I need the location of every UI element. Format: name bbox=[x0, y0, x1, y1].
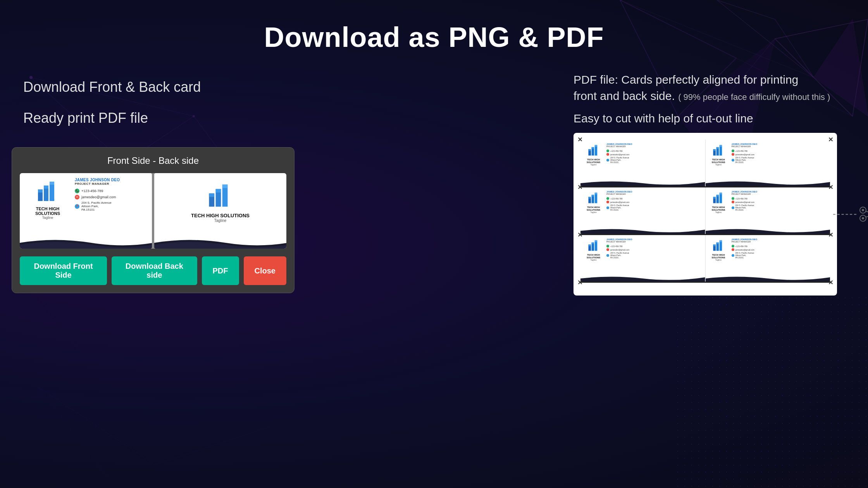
pdf-card-4-logo: TECH HIGH SOLUTIONS Tagline bbox=[708, 191, 729, 231]
pdf-card-5: TECH HIGH SOLUTIONS Tagline JAMES JOHNSO… bbox=[580, 235, 706, 282]
right-text-1-small: ( 99% people face difficulfy without thi… bbox=[678, 92, 830, 102]
feature-text-1: Download Front & Back card bbox=[23, 77, 326, 97]
pdf-c2-info: JAMES JOHNSON DEO PROJECT MANAGER +123-4… bbox=[732, 143, 828, 183]
pdf-button[interactable]: PDF bbox=[202, 256, 239, 285]
svg-rect-70 bbox=[713, 244, 716, 246]
pdf-c3-phone: +123-456-789 bbox=[606, 197, 703, 200]
card-tagline: Tagline bbox=[42, 216, 53, 220]
pdf-card-4: TECH HIGH SOLUTIONS Tagline JAMES JOHNSO… bbox=[706, 187, 830, 234]
right-section: PDF file: Cards perfectly aligned for pr… bbox=[574, 72, 845, 296]
svg-rect-52 bbox=[588, 197, 591, 198]
pdf-addr-icon bbox=[606, 159, 609, 162]
pdf-c2-company: TECH HIGH SOLUTIONS bbox=[708, 158, 729, 163]
pdf-row-2: ✕ ✕ TECH HIGH SOLUT bbox=[580, 187, 830, 235]
pdf-card-6: TECH HIGH SOLUTIONS Tagline JAMES JOHNSO… bbox=[706, 235, 830, 282]
feature-text-2: Ready print PDF file bbox=[23, 108, 326, 128]
pdf-c3-info: JAMES JOHNSON DEO PROJECT MANAGER +123-4… bbox=[606, 191, 703, 231]
card-back-content: TECH HIGH SOLUTIONS Tagline bbox=[154, 173, 286, 230]
back-company-name: TECH HIGH SOLUTIONS bbox=[191, 213, 250, 218]
pdf-c1-info: JAMES JOHNSON DEO PROJECT MANAGER +123-4… bbox=[606, 143, 703, 183]
card-logo-area: TECH HIGH SOLUTIONS Tagline bbox=[24, 178, 71, 220]
pdf-c6-phone: +123-456-789 bbox=[732, 245, 828, 247]
svg-rect-30 bbox=[50, 182, 54, 185]
download-dialog: Front Side - Back side bbox=[12, 147, 294, 293]
svg-rect-35 bbox=[216, 189, 221, 192]
pdf-c4-addr-text: 204 S. Pacific Avenue Allison Park, PA 1… bbox=[735, 204, 754, 211]
pdf-c5-company: TECH HIGH SOLUTIONS bbox=[583, 254, 604, 259]
pdf-bottom-cut: ✕ ✕ bbox=[580, 282, 830, 283]
svg-point-76 bbox=[862, 217, 864, 220]
left-features: Download Front & Back card Ready print P… bbox=[23, 77, 326, 140]
card-preview-area: TECH HIGH SOLUTIONS Tagline JAMES JOHNSO… bbox=[20, 173, 286, 249]
pdf-c3-tag: Tagline bbox=[591, 211, 597, 213]
svg-rect-64 bbox=[588, 244, 591, 246]
pdf-c4-company: TECH HIGH SOLUTIONS bbox=[708, 206, 729, 211]
pdf-c4-info: JAMES JOHNSON DEO PROJECT MANAGER +123-4… bbox=[732, 191, 828, 231]
pdf-c2-email: jamesdeo@gmail.com bbox=[732, 153, 828, 156]
svg-rect-65 bbox=[591, 242, 594, 244]
card-address: 📍 204 S. Pacific Avenue Allison Park, PA… bbox=[75, 201, 147, 211]
svg-rect-47 bbox=[716, 147, 719, 149]
pdf-c5-role: PROJECT MANAGER bbox=[606, 241, 703, 243]
svg-line-78 bbox=[865, 214, 868, 217]
pdf-card-5-logo: TECH HIGH SOLUTIONS Tagline bbox=[583, 238, 604, 278]
svg-rect-29 bbox=[44, 186, 48, 189]
pdf-c3-email: jamesdeo@gmail.com bbox=[606, 201, 703, 203]
pdf-c1-email: jamesdeo@gmail.com bbox=[606, 153, 703, 156]
download-back-button[interactable]: Download Back side bbox=[112, 256, 197, 285]
pdf-card-6-logo: TECH HIGH SOLUTIONS Tagline bbox=[708, 238, 729, 278]
pdf-c2-role: PROJECT MANAGER bbox=[732, 145, 828, 148]
address-icon: 📍 bbox=[75, 204, 79, 209]
svg-rect-34 bbox=[209, 193, 215, 197]
close-button[interactable]: Close bbox=[244, 256, 286, 285]
phone-icon: 📞 bbox=[75, 189, 79, 193]
pdf-card-3-logo: TECH HIGH SOLUTIONS Tagline bbox=[583, 191, 604, 231]
card-person-role: PROJECT MANAGER bbox=[75, 182, 147, 186]
svg-rect-60 bbox=[720, 192, 722, 194]
card-back-preview: TECH HIGH SOLUTIONS Tagline bbox=[154, 173, 286, 249]
pdf-c6-info: JAMES JOHNSON DEO PROJECT MANAGER +123-4… bbox=[732, 238, 828, 278]
pdf-preview: ✕ ✕ TECH bbox=[574, 133, 845, 296]
right-text-1: PDF file: Cards perfectly aligned for pr… bbox=[574, 72, 845, 104]
card-email-text: jamesdeo@gmail.com bbox=[81, 195, 116, 199]
back-tagline: Tagline bbox=[214, 218, 227, 223]
pdf-c3-addr-text: 204 S. Pacific Avenue Allison Park, PA 1… bbox=[610, 204, 629, 211]
svg-rect-48 bbox=[720, 145, 722, 146]
pdf-c4-role: PROJECT MANAGER bbox=[732, 193, 828, 195]
svg-rect-46 bbox=[713, 149, 716, 151]
svg-line-77 bbox=[865, 211, 868, 214]
pdf-c1-tag: Tagline bbox=[591, 163, 597, 166]
pdf-c2-tag: Tagline bbox=[715, 163, 722, 166]
pdf-card-3: TECH HIGH SOLUTIONS Tagline JAMES JOHNSO… bbox=[580, 187, 706, 234]
svg-point-75 bbox=[862, 209, 864, 211]
pdf-c4-email: jamesdeo@gmail.com bbox=[732, 201, 828, 203]
dialog-title: Front Side - Back side bbox=[20, 155, 286, 166]
pdf-c6-company: TECH HIGH SOLUTIONS bbox=[708, 254, 729, 259]
pdf-c3-addr: 204 S. Pacific Avenue Allison Park, PA 1… bbox=[606, 204, 703, 211]
pdf-c5-email: jamesdeo@gmail.com bbox=[606, 248, 703, 251]
pdf-c3-role: PROJECT MANAGER bbox=[606, 193, 703, 195]
card-person-name: JAMES JOHNSON DEO bbox=[75, 178, 147, 182]
svg-rect-72 bbox=[720, 240, 722, 242]
pdf-card-1: TECH HIGH SOLUTIONS Tagline JAMES JOHNSO… bbox=[580, 140, 706, 186]
pdf-c1-addr-text: 204 S. Pacific Avenue Allison Park, PA 1… bbox=[610, 156, 629, 163]
pdf-c2-phone: +123-456-789 bbox=[732, 149, 828, 152]
card-phone: 📞 +123-456-789 bbox=[75, 189, 147, 193]
pdf-c4-addr: 204 S. Pacific Avenue Allison Park, PA 1… bbox=[732, 204, 828, 211]
pdf-c1-addr: 204 S. Pacific Avenue Allison Park, PA 1… bbox=[606, 156, 703, 163]
pdf-c4-tag: Tagline bbox=[715, 211, 722, 213]
page-title: Download as PNG & PDF bbox=[0, 0, 868, 53]
svg-rect-58 bbox=[713, 197, 716, 198]
pdf-card-1-logo: TECH HIGH SOLUTIONS Tagline bbox=[583, 143, 604, 183]
pdf-card-2-logo: TECH HIGH SOLUTIONS Tagline bbox=[708, 143, 729, 183]
pdf-c6-addr-text: 204 S. Pacific Avenue Allison Park, PA 1… bbox=[735, 252, 754, 259]
card-front-content: TECH HIGH SOLUTIONS Tagline JAMES JOHNSO… bbox=[20, 173, 152, 224]
svg-rect-42 bbox=[594, 145, 597, 146]
scissors-area bbox=[833, 206, 868, 223]
download-front-button[interactable]: Download Front Side bbox=[20, 256, 107, 285]
card-email: ✉ jamesdeo@gmail.com bbox=[75, 195, 147, 199]
pdf-phone-icon bbox=[606, 149, 609, 152]
pdf-c5-phone: +123-456-789 bbox=[606, 245, 703, 247]
email-icon: ✉ bbox=[75, 195, 79, 199]
pdf-c5-info: JAMES JOHNSON DEO PROJECT MANAGER +123-4… bbox=[606, 238, 703, 278]
